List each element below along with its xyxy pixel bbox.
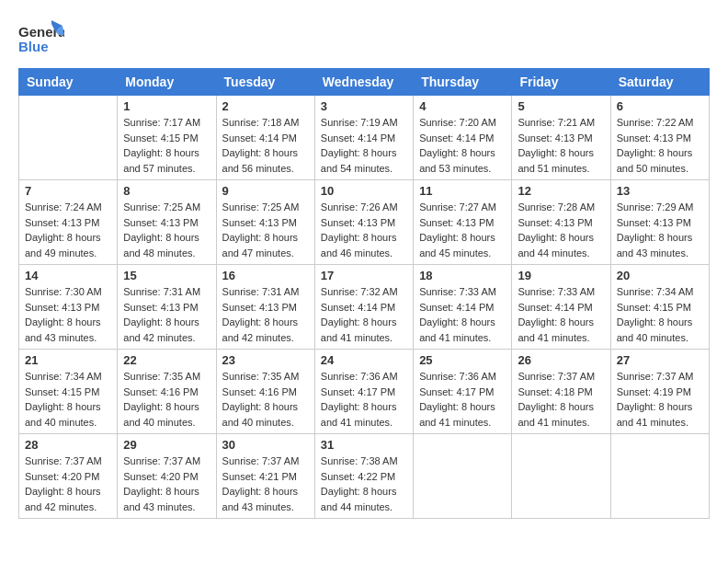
day-number: 10 [321,184,407,198]
day-number: 16 [222,269,309,282]
day-info: Sunrise: 7:34 AM Sunset: 4:15 PM Dayligh… [25,369,111,430]
day-info: Sunrise: 7:24 AM Sunset: 4:13 PM Dayligh… [25,200,111,260]
day-info: Sunrise: 7:17 AM Sunset: 4:15 PM Dayligh… [123,115,210,176]
day-info: Sunrise: 7:34 AM Sunset: 4:15 PM Dayligh… [617,284,703,345]
day-info: Sunrise: 7:29 AM Sunset: 4:13 PM Dayligh… [617,200,703,260]
day-number: 25 [419,353,506,367]
day-info: Sunrise: 7:35 AM Sunset: 4:16 PM Dayligh… [222,369,309,430]
calendar-cell [414,434,512,519]
calendar-cell [19,96,118,180]
day-info: Sunrise: 7:37 AM Sunset: 4:20 PM Dayligh… [123,454,210,514]
day-of-week-header: Wednesday [314,69,413,96]
calendar-cell: 23Sunrise: 7:35 AM Sunset: 4:16 PM Dayli… [216,350,314,434]
day-info: Sunrise: 7:37 AM Sunset: 4:18 PM Dayligh… [518,369,604,430]
day-number: 22 [123,353,210,367]
calendar-cell: 21Sunrise: 7:34 AM Sunset: 4:15 PM Dayli… [19,350,118,434]
calendar-cell: 26Sunrise: 7:37 AM Sunset: 4:18 PM Dayli… [512,350,610,434]
day-number: 24 [321,353,407,367]
day-number: 31 [321,438,407,452]
day-number: 20 [617,269,703,282]
day-number: 2 [222,99,309,113]
day-info: Sunrise: 7:36 AM Sunset: 4:17 PM Dayligh… [419,369,506,430]
calendar-cell: 1Sunrise: 7:17 AM Sunset: 4:15 PM Daylig… [118,96,216,180]
day-info: Sunrise: 7:27 AM Sunset: 4:13 PM Dayligh… [419,200,506,260]
day-info: Sunrise: 7:32 AM Sunset: 4:14 PM Dayligh… [321,284,407,345]
day-info: Sunrise: 7:31 AM Sunset: 4:13 PM Dayligh… [222,284,309,345]
day-info: Sunrise: 7:36 AM Sunset: 4:17 PM Dayligh… [321,369,407,430]
logo: General Blue [18,18,64,59]
calendar-cell: 4Sunrise: 7:20 AM Sunset: 4:14 PM Daylig… [414,96,512,180]
calendar-cell: 14Sunrise: 7:30 AM Sunset: 4:13 PM Dayli… [19,265,118,350]
day-number: 12 [518,184,604,198]
calendar-cell: 22Sunrise: 7:35 AM Sunset: 4:16 PM Dayli… [118,350,216,434]
day-number: 19 [518,269,604,282]
day-info: Sunrise: 7:19 AM Sunset: 4:14 PM Dayligh… [321,115,407,176]
day-number: 18 [419,269,506,282]
day-info: Sunrise: 7:28 AM Sunset: 4:13 PM Dayligh… [518,200,604,260]
day-number: 5 [518,99,604,113]
calendar-week-row: 21Sunrise: 7:34 AM Sunset: 4:15 PM Dayli… [19,350,710,434]
day-number: 15 [123,269,210,282]
day-info: Sunrise: 7:30 AM Sunset: 4:13 PM Dayligh… [25,284,111,345]
calendar-cell: 8Sunrise: 7:25 AM Sunset: 4:13 PM Daylig… [118,180,216,265]
calendar-cell: 3Sunrise: 7:19 AM Sunset: 4:14 PM Daylig… [314,96,413,180]
day-number: 23 [222,353,309,367]
day-info: Sunrise: 7:33 AM Sunset: 4:14 PM Dayligh… [518,284,604,345]
day-number: 21 [25,353,111,367]
calendar-cell: 16Sunrise: 7:31 AM Sunset: 4:13 PM Dayli… [216,265,314,350]
day-of-week-header: Monday [118,69,216,96]
calendar-cell: 25Sunrise: 7:36 AM Sunset: 4:17 PM Dayli… [414,350,512,434]
day-number: 13 [617,184,703,198]
calendar-cell: 9Sunrise: 7:25 AM Sunset: 4:13 PM Daylig… [216,180,314,265]
logo-icon: General Blue [18,18,64,59]
day-info: Sunrise: 7:37 AM Sunset: 4:19 PM Dayligh… [617,369,703,430]
calendar-cell: 19Sunrise: 7:33 AM Sunset: 4:14 PM Dayli… [512,265,610,350]
svg-text:Blue: Blue [18,39,49,54]
day-number: 9 [222,184,309,198]
calendar-cell: 20Sunrise: 7:34 AM Sunset: 4:15 PM Dayli… [610,265,709,350]
calendar-header-row: SundayMondayTuesdayWednesdayThursdayFrid… [19,69,710,96]
day-info: Sunrise: 7:38 AM Sunset: 4:22 PM Dayligh… [321,454,407,514]
day-number: 28 [25,438,111,452]
day-info: Sunrise: 7:33 AM Sunset: 4:14 PM Dayligh… [419,284,506,345]
calendar: SundayMondayTuesdayWednesdayThursdayFrid… [18,68,710,519]
day-info: Sunrise: 7:31 AM Sunset: 4:13 PM Dayligh… [123,284,210,345]
day-info: Sunrise: 7:25 AM Sunset: 4:13 PM Dayligh… [123,200,210,260]
calendar-cell [610,434,709,519]
calendar-week-row: 7Sunrise: 7:24 AM Sunset: 4:13 PM Daylig… [19,180,710,265]
calendar-cell: 29Sunrise: 7:37 AM Sunset: 4:20 PM Dayli… [118,434,216,519]
day-number: 3 [321,99,407,113]
day-info: Sunrise: 7:37 AM Sunset: 4:20 PM Dayligh… [25,454,111,514]
calendar-week-row: 1Sunrise: 7:17 AM Sunset: 4:15 PM Daylig… [19,96,710,180]
day-info: Sunrise: 7:37 AM Sunset: 4:21 PM Dayligh… [222,454,309,514]
header: General Blue [18,18,710,59]
day-info: Sunrise: 7:26 AM Sunset: 4:13 PM Dayligh… [321,200,407,260]
calendar-cell: 31Sunrise: 7:38 AM Sunset: 4:22 PM Dayli… [314,434,413,519]
day-info: Sunrise: 7:18 AM Sunset: 4:14 PM Dayligh… [222,115,309,176]
calendar-week-row: 14Sunrise: 7:30 AM Sunset: 4:13 PM Dayli… [19,265,710,350]
day-number: 29 [123,438,210,452]
calendar-cell: 15Sunrise: 7:31 AM Sunset: 4:13 PM Dayli… [118,265,216,350]
day-info: Sunrise: 7:35 AM Sunset: 4:16 PM Dayligh… [123,369,210,430]
day-info: Sunrise: 7:20 AM Sunset: 4:14 PM Dayligh… [419,115,506,176]
day-number: 8 [123,184,210,198]
day-of-week-header: Tuesday [216,69,314,96]
calendar-week-row: 28Sunrise: 7:37 AM Sunset: 4:20 PM Dayli… [19,434,710,519]
day-info: Sunrise: 7:21 AM Sunset: 4:13 PM Dayligh… [518,115,604,176]
calendar-cell: 10Sunrise: 7:26 AM Sunset: 4:13 PM Dayli… [314,180,413,265]
day-number: 7 [25,184,111,198]
calendar-cell: 18Sunrise: 7:33 AM Sunset: 4:14 PM Dayli… [414,265,512,350]
day-info: Sunrise: 7:25 AM Sunset: 4:13 PM Dayligh… [222,200,309,260]
calendar-cell: 7Sunrise: 7:24 AM Sunset: 4:13 PM Daylig… [19,180,118,265]
day-of-week-header: Sunday [19,69,118,96]
day-number: 14 [25,269,111,282]
calendar-cell: 12Sunrise: 7:28 AM Sunset: 4:13 PM Dayli… [512,180,610,265]
calendar-cell: 6Sunrise: 7:22 AM Sunset: 4:13 PM Daylig… [610,96,709,180]
day-number: 1 [123,99,210,113]
day-number: 17 [321,269,407,282]
day-number: 6 [617,99,703,113]
day-number: 27 [617,353,703,367]
calendar-cell: 11Sunrise: 7:27 AM Sunset: 4:13 PM Dayli… [414,180,512,265]
day-of-week-header: Friday [512,69,610,96]
calendar-cell: 24Sunrise: 7:36 AM Sunset: 4:17 PM Dayli… [314,350,413,434]
